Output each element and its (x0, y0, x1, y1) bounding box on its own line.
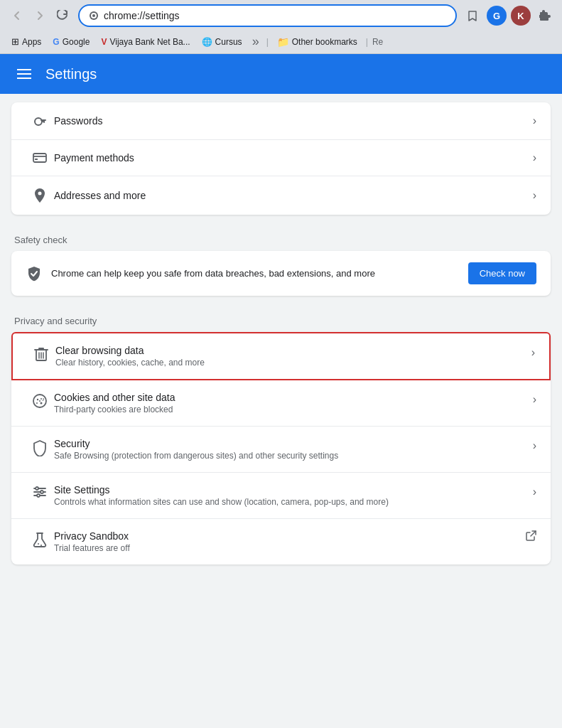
hamburger-line-2 (17, 73, 31, 75)
addresses-arrow: › (533, 189, 536, 202)
shield-outline-icon (26, 438, 54, 456)
svg-rect-6 (35, 159, 38, 160)
check-now-button[interactable]: Check now (468, 262, 536, 284)
svg-point-14 (40, 398, 42, 400)
cursus-globe-icon: 🌐 (202, 37, 212, 47)
passwords-content: Passwords (54, 115, 533, 127)
reading-list-label: Re (372, 37, 383, 47)
settings-header: Settings (0, 54, 562, 94)
svg-point-2 (92, 14, 95, 17)
svg-point-25 (38, 543, 39, 545)
address-input[interactable] (104, 10, 447, 21)
site-settings-content: Site Settings Controls what information … (54, 484, 533, 507)
clear-browsing-arrow: › (531, 345, 535, 359)
site-settings-arrow: › (533, 484, 536, 498)
apps-grid-icon: ⊞ (11, 36, 19, 47)
back-button[interactable] (7, 6, 27, 26)
profile-k-button[interactable]: K (511, 6, 531, 26)
addresses-content: Addresses and more (54, 190, 533, 201)
profile-g-button[interactable]: G (487, 6, 507, 26)
security-content: Security Safe Browsing (protection from … (54, 438, 533, 461)
svg-point-7 (38, 192, 42, 196)
cursus-label: Cursus (215, 37, 242, 47)
payment-methods-item[interactable]: Payment methods › (11, 140, 551, 176)
toolbar-actions: G K (463, 6, 555, 26)
browser-chrome: G K ⊞ Apps G Google V Vijaya Bank Net Ba… (0, 0, 562, 54)
payment-content: Payment methods (54, 152, 533, 164)
security-arrow: › (533, 438, 536, 452)
security-title: Security (54, 438, 533, 449)
safety-check-item: Chrome can help keep you safe from data … (11, 251, 551, 296)
external-link-icon (525, 530, 536, 542)
bookmark-vijaya[interactable]: V Vijaya Bank Net Ba... (97, 36, 194, 48)
apps-label: Apps (22, 37, 41, 47)
bookmark-apps[interactable]: ⊞ Apps (7, 35, 45, 48)
addresses-item[interactable]: Addresses and more › (11, 176, 551, 215)
privacy-sandbox-title: Privacy Sandbox (54, 530, 525, 542)
bookmarks-separator-2: | (366, 37, 368, 47)
svg-line-27 (531, 531, 536, 536)
cookie-icon (26, 392, 54, 409)
clear-browsing-desc: Clear history, cookies, cache, and more (55, 358, 531, 368)
security-item[interactable]: Security Safe Browsing (protection from … (11, 427, 551, 473)
settings-title: Settings (45, 66, 97, 82)
passwords-title: Passwords (54, 115, 533, 127)
bookmark-cursus[interactable]: 🌐 Cursus (198, 36, 247, 48)
folder-icon: 📁 (277, 36, 289, 48)
svg-point-15 (36, 402, 38, 404)
passwords-arrow: › (533, 114, 536, 127)
browser-toolbar: G K (0, 0, 562, 31)
safety-check-text: Chrome can help keep you safe from data … (51, 268, 460, 279)
location-icon (26, 188, 54, 203)
trash-icon (27, 345, 55, 362)
svg-point-22 (40, 491, 43, 493)
autofill-card: Passwords › Payment methods › (11, 102, 551, 215)
privacy-sandbox-content: Privacy Sandbox Trial features are off (54, 530, 525, 553)
forward-button[interactable] (30, 6, 50, 26)
cookies-item[interactable]: Cookies and other site data Third-party … (11, 380, 551, 427)
shield-check-icon (26, 265, 43, 282)
security-desc: Safe Browsing (protection from dangerous… (54, 451, 533, 461)
clear-browsing-item[interactable]: Clear browsing data Clear history, cooki… (11, 332, 551, 380)
clear-browsing-title: Clear browsing data (55, 345, 531, 356)
svg-point-16 (40, 402, 43, 405)
other-bookmarks-label: Other bookmarks (292, 37, 357, 47)
flask-icon (26, 530, 54, 549)
hamburger-menu[interactable] (14, 66, 34, 82)
bookmark-button[interactable] (463, 6, 482, 26)
hamburger-line-3 (17, 77, 31, 79)
more-bookmarks-button[interactable]: » (249, 34, 262, 49)
credit-card-icon (26, 152, 54, 164)
svg-point-17 (39, 400, 40, 402)
vijaya-label: Vijaya Bank Net Ba... (109, 37, 190, 47)
privacy-sandbox-desc: Trial features are off (54, 543, 525, 553)
svg-point-23 (37, 494, 40, 497)
nav-buttons (7, 6, 72, 26)
site-settings-item[interactable]: Site Settings Controls what information … (11, 473, 551, 519)
sliders-icon (26, 484, 54, 498)
privacy-sandbox-item[interactable]: Privacy Sandbox Trial features are off (11, 519, 551, 564)
cookies-desc: Third-party cookies are blocked (54, 405, 533, 414)
cookies-content: Cookies and other site data Third-party … (54, 392, 533, 414)
clear-browsing-content: Clear browsing data Clear history, cooki… (55, 345, 531, 368)
extensions-button[interactable] (535, 6, 555, 26)
payment-arrow: › (533, 151, 536, 164)
bookmark-other[interactable]: 📁 Other bookmarks (273, 35, 362, 49)
passwords-item[interactable]: Passwords › (11, 102, 551, 140)
address-bar[interactable] (78, 4, 457, 27)
bookmark-google[interactable]: G Google (48, 36, 94, 48)
site-security-icon (88, 10, 99, 21)
privacy-card: Clear browsing data Clear history, cooki… (11, 332, 551, 564)
google-label: Google (63, 37, 90, 47)
site-settings-desc: Controls what information sites can use … (54, 497, 533, 507)
safety-check-card: Chrome can help keep you safe from data … (11, 251, 551, 296)
refresh-button[interactable] (53, 6, 72, 26)
privacy-security-section-label: Privacy and security (0, 304, 562, 332)
payment-title: Payment methods (54, 152, 533, 164)
svg-rect-4 (33, 154, 46, 162)
svg-point-3 (35, 118, 42, 125)
bookmarks-separator: | (266, 37, 269, 47)
hamburger-line-1 (17, 69, 31, 70)
site-settings-title: Site Settings (54, 484, 533, 496)
safety-check-section-label: Safety check (0, 223, 562, 251)
